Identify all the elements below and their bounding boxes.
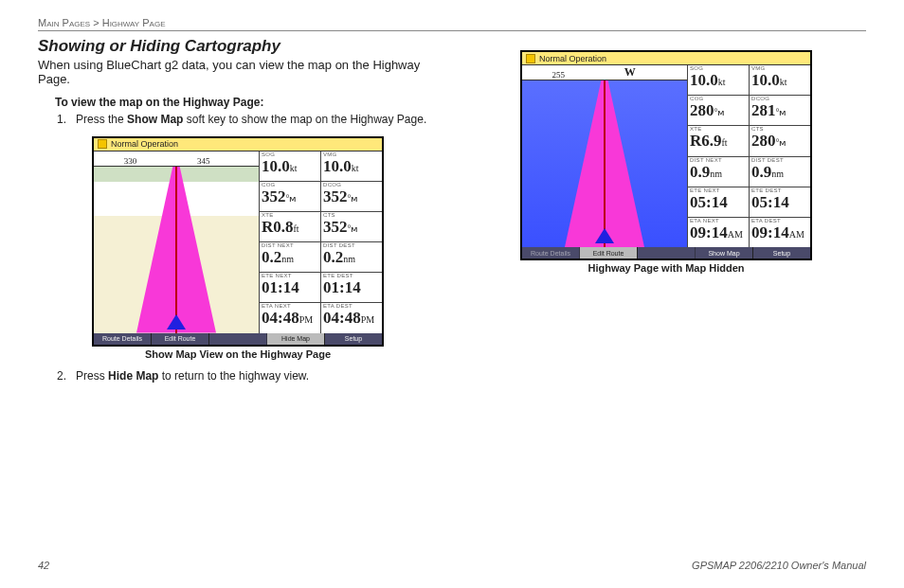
- data-value: 05:14: [751, 194, 808, 213]
- data-value: 09:14AM: [690, 224, 747, 243]
- figure-2-caption: Highway Page with Map Hidden: [466, 262, 866, 274]
- breadcrumb: Main Pages > Highway Page: [38, 17, 866, 31]
- breadcrumb-sep: >: [93, 17, 99, 28]
- data-cell: CTS352°ᴍ: [320, 212, 382, 241]
- data-value: 09:14AM: [751, 224, 808, 243]
- data-value: 0.2nm: [262, 249, 318, 268]
- data-value: 10.0kt: [751, 72, 808, 91]
- data-value: 01:14: [323, 279, 380, 298]
- softkey-bar: Route Details Edit Route Hide Map Setup: [94, 333, 382, 345]
- data-cell: ETE NEXT05:14: [687, 187, 749, 217]
- highway-area: [522, 80, 687, 247]
- data-fields: SOG10.0ktVMG10.0ktCOG280°ᴍDCOG281°ᴍXTER6…: [687, 65, 810, 247]
- compass-tick: 330: [124, 156, 137, 166]
- section-title: Showing or Hiding Cartography: [38, 37, 438, 56]
- data-value: 281°ᴍ: [751, 102, 808, 121]
- figure-1-caption: Show Map View on the Highway Page: [38, 348, 438, 360]
- data-value: 04:48PM: [262, 310, 318, 329]
- manual-title: GPSMAP 2206/2210 Owner's Manual: [692, 560, 866, 571]
- data-cell: SOG10.0kt: [259, 151, 320, 181]
- data-fields: SOG10.0ktVMG10.0ktCOG352°ᴍDCOG352°ᴍXTER0…: [259, 151, 382, 333]
- data-value: 04:48PM: [323, 310, 380, 329]
- step-2-c: to return to the highway view.: [158, 369, 309, 383]
- page-number: 42: [38, 560, 49, 571]
- device-title: Normal Operation: [539, 54, 606, 63]
- data-value: 01:14: [262, 279, 318, 298]
- data-value: R0.8ft: [262, 219, 318, 238]
- device-title: Normal Operation: [111, 139, 178, 149]
- step-1-key: Show Map: [127, 113, 183, 126]
- step-1: 1. Press the Show Map soft key to show t…: [72, 113, 438, 126]
- data-cell: XTER6.9ft: [687, 126, 749, 155]
- boat-icon: [167, 314, 186, 330]
- data-cell: COG352°ᴍ: [259, 182, 320, 211]
- data-value: 10.0kt: [262, 158, 318, 177]
- data-value: 280°ᴍ: [751, 133, 808, 151]
- data-value: 280°ᴍ: [690, 102, 747, 121]
- data-cell: VMG10.0kt: [320, 151, 382, 181]
- softkey-edit-route[interactable]: Edit Route: [152, 333, 209, 345]
- data-value: R6.9ft: [690, 133, 747, 151]
- device-titlebar: Normal Operation: [94, 138, 382, 151]
- breadcrumb-child: Highway Page: [102, 17, 166, 28]
- data-cell: VMG10.0kt: [749, 65, 810, 95]
- softkey-edit-route[interactable]: Edit Route: [580, 247, 638, 258]
- step-1-num: 1.: [57, 113, 66, 126]
- data-cell: COG280°ᴍ: [687, 96, 749, 125]
- softkey-route-details[interactable]: Route Details: [94, 333, 152, 345]
- data-cell: ETE DEST01:14: [320, 273, 382, 302]
- satellite-icon: [98, 139, 107, 149]
- softkey-setup[interactable]: Setup: [753, 247, 810, 258]
- compass-cardinal: W: [624, 65, 636, 80]
- data-cell: XTER0.8ft: [259, 212, 320, 241]
- data-value: 352°ᴍ: [323, 188, 380, 207]
- step-2: 2. Press Hide Map to return to the highw…: [72, 369, 438, 383]
- figure-show-map: Normal Operation 330 345 N 015: [92, 136, 384, 347]
- data-value: 0.2nm: [323, 249, 380, 268]
- softkey-show-map[interactable]: Show Map: [696, 247, 753, 258]
- subheading: To view the map on the Highway Page:: [55, 96, 438, 109]
- data-cell: DCOG352°ᴍ: [320, 182, 382, 211]
- compass-tick: 255: [551, 70, 565, 80]
- data-value: 10.0kt: [323, 158, 380, 177]
- data-cell: CTS280°ᴍ: [749, 126, 810, 155]
- data-value: 352°ᴍ: [262, 188, 318, 207]
- step-2-a: Press: [76, 369, 108, 383]
- intro-text: When using BlueChart g2 data, you can vi…: [38, 58, 438, 86]
- step-2-key: Hide Map: [108, 369, 158, 383]
- softkey-blank: [209, 333, 267, 345]
- data-value: 10.0kt: [690, 72, 747, 91]
- compass-tick: 345: [197, 156, 210, 166]
- breadcrumb-parent: Main Pages: [38, 17, 90, 28]
- data-cell: DCOG281°ᴍ: [749, 96, 810, 125]
- device-titlebar: Normal Operation: [522, 52, 810, 65]
- data-cell: ETA DEST09:14AM: [749, 218, 810, 247]
- map-area: Fish: [94, 167, 259, 333]
- page-footer: 42 GPSMAP 2206/2210 Owner's Manual: [38, 560, 866, 571]
- data-value: 352°ᴍ: [323, 219, 380, 238]
- data-cell: DIST NEXT0.9nm: [687, 157, 749, 187]
- softkey-blank: [638, 247, 696, 258]
- step-1-a: Press the: [76, 113, 127, 126]
- step-2-num: 2.: [57, 369, 66, 383]
- softkey-route-details[interactable]: Route Details: [522, 247, 580, 258]
- data-cell: ETA NEXT04:48PM: [259, 303, 320, 332]
- satellite-icon: [526, 54, 535, 63]
- softkey-setup[interactable]: Setup: [325, 333, 382, 345]
- softkey-bar: Route Details Edit Route Show Map Setup: [522, 247, 810, 258]
- data-cell: ETA DEST04:48PM: [320, 303, 382, 332]
- data-cell: DIST DEST0.9nm: [749, 157, 810, 187]
- figure-hide-map: Normal Operation 255 W 285 300 Harbor, W…: [520, 50, 812, 260]
- data-value: 0.9nm: [751, 164, 808, 183]
- data-value: 05:14: [690, 194, 747, 213]
- boat-icon: [595, 228, 614, 243]
- data-cell: ETE DEST05:14: [749, 187, 810, 217]
- data-cell: ETE NEXT01:14: [259, 273, 320, 302]
- data-cell: SOG10.0kt: [687, 65, 749, 95]
- data-cell: ETA NEXT09:14AM: [687, 218, 749, 247]
- data-value: 0.9nm: [690, 164, 747, 183]
- data-cell: DIST NEXT0.2nm: [259, 242, 320, 272]
- softkey-hide-map[interactable]: Hide Map: [267, 333, 325, 345]
- step-1-c: soft key to show the map on the Highway …: [183, 113, 426, 126]
- data-cell: DIST DEST0.2nm: [320, 242, 382, 272]
